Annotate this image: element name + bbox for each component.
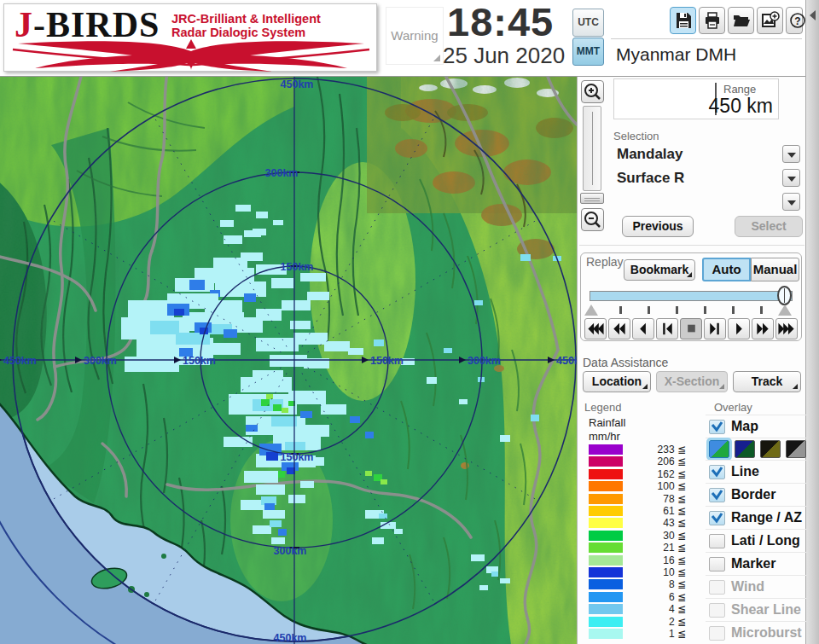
step-backward-icon [657,319,677,339]
overlay-item-range-az[interactable]: Range / AZ [706,506,806,529]
warning-button[interactable]: Warning [386,7,444,65]
legend-value: 10 ≦ [630,566,686,578]
map-style-swatch-3[interactable] [760,440,781,458]
legend-row: 162 ≦ [589,468,700,480]
dropdown-arrow-icon[interactable] [782,169,800,187]
checkbox[interactable] [709,534,725,548]
collapse-arrow-icon [810,10,816,20]
zoom-in-button[interactable] [581,80,604,103]
print-button[interactable] [699,7,725,34]
range-display: Range 450 km [613,78,779,119]
utc-button[interactable]: UTC [572,9,604,37]
slider-tick [760,306,763,314]
map-style-swatch-1[interactable] [709,440,729,458]
add-image-button[interactable] [757,7,783,34]
map-style-swatch-4[interactable] [786,440,806,458]
map-style-swatch-2[interactable] [735,440,755,458]
radar-site-value: Mandalay [617,146,682,163]
checkbox[interactable] [709,580,725,595]
auto-button[interactable]: Auto [702,258,751,281]
check-icon [710,512,724,525]
checkbox[interactable] [709,511,725,525]
legend-value: 162 ≦ [630,468,686,480]
save-button[interactable] [670,7,696,34]
check-icon [710,421,724,433]
checkbox[interactable] [709,420,725,434]
panel-collapse-handle[interactable] [805,0,819,644]
checkbox[interactable] [709,557,725,571]
replay-slider-thumb[interactable] [777,286,792,305]
select-button[interactable]: Select [735,216,803,237]
zoom-slider-thumb[interactable] [580,193,604,204]
legend-value: 16 ≦ [630,554,686,566]
legend-swatch [589,469,623,479]
legend-row: 8 ≦ [589,578,700,590]
radar-map-canvas: 450km 300km 150km 150km 300km 450km 450k… [0,77,577,644]
track-button[interactable]: Track [733,371,801,392]
legend-swatch [589,444,623,455]
help-button[interactable]: ? [786,7,803,34]
open-folder-button[interactable] [728,7,754,34]
overlay-item-shear-line[interactable]: Shear Line [706,598,806,621]
checkbox[interactable] [709,626,725,641]
fast-forward-button[interactable] [752,318,774,339]
skip-forward-icon [776,319,797,339]
slider-tick [704,306,706,314]
overlay-item-label: Map [731,419,758,434]
overlay-item-wind[interactable]: Wind [706,575,806,598]
overlay-item-label: Line [731,464,759,479]
legend-value: 78 ≦ [630,493,686,505]
overlay-item-marker[interactable]: Marker [706,552,806,575]
legend-row: 2 ≦ [589,616,700,628]
step-backward-button[interactable] [656,318,678,339]
skip-forward-button[interactable] [775,318,798,339]
sub-product-dropdown[interactable] [613,193,801,213]
fast-backward-button[interactable] [608,318,630,339]
station-name: Myanmar DMH [616,44,736,65]
overlay-item-map[interactable]: Map [706,415,806,438]
play-backward-button[interactable] [632,318,654,339]
stop-button[interactable] [680,318,702,339]
range-label-s150: 150km [281,451,314,463]
open-folder-icon [732,11,751,30]
legend-swatch [589,617,623,627]
overlay-item-microburst[interactable]: Microburst [706,621,806,644]
jbirds-app: J-BIRDS JRC-Brilliant & Intelligent Rada… [0,0,819,644]
checkbox[interactable] [709,465,725,479]
bookmark-button[interactable]: Bookmark [624,259,695,281]
radar-site-dropdown[interactable]: Mandalay [613,145,801,165]
play-forward-button[interactable] [728,318,750,339]
replay-slider-track[interactable] [590,291,793,301]
previous-button[interactable]: Previous [622,216,694,237]
dropdown-arrow-icon[interactable] [782,145,800,163]
overlay-item-line[interactable]: Line [706,460,806,483]
overlay-item-label: Marker [731,556,775,571]
print-icon [703,11,722,30]
control-panel: Range 450 km Selection Mandalay Surface … [577,77,805,644]
product-dropdown[interactable]: Surface R [613,169,801,189]
overlay-item-border[interactable]: Border [706,483,806,506]
add-image-icon [761,11,780,30]
checkbox[interactable] [709,488,725,502]
slider-end-marker[interactable] [778,305,792,316]
overlay-item-lati-long[interactable]: Lati / Long [706,529,806,552]
zoom-out-button[interactable] [581,208,604,231]
legend-value: 43 ≦ [630,517,686,529]
location-button[interactable]: Location [583,371,651,392]
slider-start-marker[interactable] [584,305,598,316]
step-forward-button[interactable] [704,318,726,339]
legend-row: 10 ≦ [589,566,700,578]
zoom-slider-track[interactable] [583,106,601,191]
legend-swatch [589,542,623,553]
radar-map[interactable]: 450km 300km 150km 150km 300km 450km 450k… [0,77,577,644]
data-assistance-label: Data Assistance [583,356,668,369]
dropdown-arrow-icon[interactable] [782,193,800,211]
checkbox[interactable] [709,603,725,618]
selection-label: Selection [613,130,659,142]
manual-button[interactable]: Manual [751,258,799,281]
skip-backward-button[interactable] [584,318,607,339]
slider-tick [732,306,735,314]
mmt-button[interactable]: MMT [572,38,604,66]
slider-tick [648,306,650,314]
xsection-button[interactable]: X-Section [656,371,728,392]
